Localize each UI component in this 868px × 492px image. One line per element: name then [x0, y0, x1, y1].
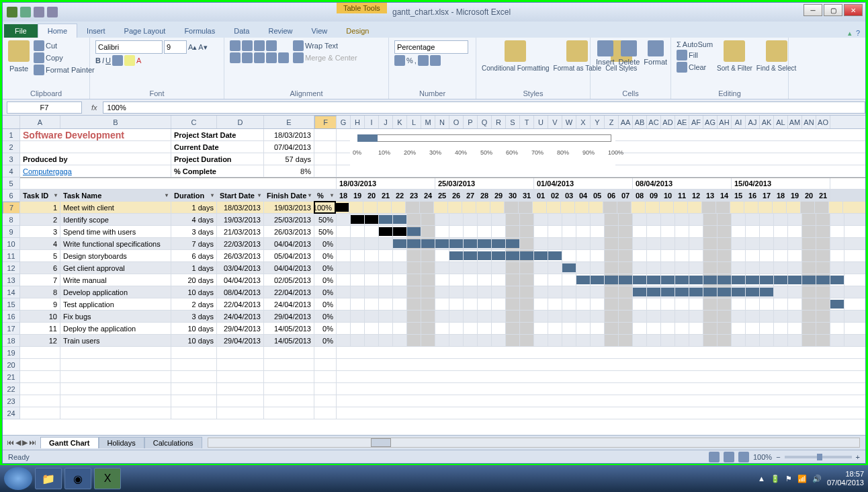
format-cells-icon[interactable]	[648, 40, 664, 56]
cell[interactable]: Produced by	[20, 153, 171, 165]
row-header-11[interactable]: 11	[3, 250, 20, 262]
formula-input[interactable]: 100%	[103, 101, 865, 114]
cell[interactable]	[314, 383, 337, 395]
format-table-icon[interactable]	[566, 40, 588, 62]
cell[interactable]	[264, 383, 314, 395]
delete-cells-icon[interactable]	[621, 40, 637, 56]
align-left-icon[interactable]	[230, 52, 241, 63]
zoom-thumb[interactable]	[817, 454, 822, 460]
sort-filter-icon[interactable]	[724, 40, 745, 62]
row-header-1[interactable]: 1	[3, 129, 20, 141]
decrease-decimal-icon[interactable]	[430, 55, 441, 66]
col-header-S[interactable]: S	[506, 116, 520, 128]
row-header-8[interactable]: 8	[3, 214, 20, 226]
cell[interactable]	[264, 359, 314, 370]
increase-decimal-icon[interactable]	[418, 55, 429, 66]
cell[interactable]: Develop application	[60, 286, 171, 298]
zoom-slider[interactable]	[785, 456, 852, 458]
col-header-H[interactable]: H	[351, 116, 365, 128]
cell[interactable]	[314, 371, 337, 382]
cell[interactable]: 3	[20, 226, 60, 237]
cell[interactable]	[217, 407, 264, 419]
network-icon[interactable]: 📶	[797, 475, 807, 483]
sheet-nav-first-icon[interactable]: ⏮	[7, 438, 14, 447]
col-header-T[interactable]: T	[520, 116, 534, 128]
cell[interactable]: 29/04/2013	[217, 323, 264, 334]
row-header-2[interactable]: 2	[3, 141, 20, 153]
cell[interactable]: 0%	[314, 335, 337, 346]
col-header-AE[interactable]: AE	[675, 116, 689, 128]
row-header-13[interactable]: 13	[3, 274, 20, 286]
tab-page-layout[interactable]: Page Layout	[115, 24, 175, 38]
row-header-5[interactable]: 5	[3, 177, 20, 190]
cell[interactable]	[217, 359, 264, 370]
cell[interactable]: 19/03/2013	[217, 214, 264, 225]
cell[interactable]: 10 days	[171, 286, 217, 298]
col-header-B[interactable]: B	[60, 116, 171, 128]
cell[interactable]	[314, 395, 337, 407]
cell[interactable]: 0%	[314, 286, 337, 298]
cell[interactable]: 0%	[314, 274, 337, 286]
cell[interactable]	[217, 383, 264, 395]
cell[interactable]: 07/04/2013	[264, 141, 314, 153]
cell[interactable]: 0%	[314, 311, 337, 322]
col-header-Q[interactable]: Q	[478, 116, 492, 128]
find-select-icon[interactable]	[766, 40, 787, 62]
cell[interactable]: 3 days	[171, 226, 217, 237]
cell[interactable]: Write manual	[60, 274, 171, 286]
row-header-3[interactable]: 3	[3, 153, 20, 165]
cell[interactable]: 4	[20, 238, 60, 249]
save-icon[interactable]	[20, 7, 31, 17]
align-bottom-icon[interactable]	[254, 40, 265, 51]
cell[interactable]: Identify scope	[60, 214, 171, 225]
row-header-16[interactable]: 16	[3, 311, 20, 323]
merge-icon[interactable]	[293, 52, 304, 63]
cell[interactable]	[171, 383, 217, 395]
cell[interactable]: 22/04/2013	[217, 298, 264, 310]
hdr-task-name[interactable]: Task Name ▾	[60, 190, 171, 201]
scroll-thumb[interactable]	[371, 438, 391, 447]
cell[interactable]: 21/03/2013	[217, 226, 264, 237]
cell[interactable]: 7 days	[171, 238, 217, 249]
cell[interactable]: Get client approval	[60, 262, 171, 274]
cell[interactable]	[60, 383, 171, 395]
copy-button[interactable]: Copy	[46, 54, 63, 62]
increase-indent-icon[interactable]	[278, 52, 289, 63]
cell[interactable]	[264, 395, 314, 407]
sheet-nav-next-icon[interactable]: ▶	[22, 438, 28, 447]
cell[interactable]: 4 days	[171, 214, 217, 225]
col-header-P[interactable]: P	[464, 116, 478, 128]
cell[interactable]: 8%	[264, 165, 314, 177]
decrease-font-icon[interactable]: A▾	[198, 43, 207, 52]
cell[interactable]	[60, 347, 171, 358]
cell[interactable]: 12	[20, 335, 60, 346]
align-right-icon[interactable]	[254, 52, 265, 63]
col-header-K[interactable]: K	[393, 116, 407, 128]
cell[interactable]: Project Duration	[171, 153, 264, 165]
col-header-Y[interactable]: Y	[591, 116, 605, 128]
font-name-select[interactable]	[95, 40, 163, 54]
cell[interactable]: 0%	[314, 262, 337, 274]
cell[interactable]: 10 days	[171, 323, 217, 334]
cut-button[interactable]: Cut	[46, 42, 57, 50]
cell[interactable]	[217, 347, 264, 358]
clock[interactable]: 18:57 07/04/2013	[827, 470, 864, 487]
cell[interactable]	[20, 383, 60, 395]
autosum-button[interactable]: AutoSum	[683, 40, 713, 48]
maximize-button[interactable]: ▢	[824, 4, 842, 16]
col-header-AC[interactable]: AC	[647, 116, 661, 128]
tab-design[interactable]: Design	[337, 24, 378, 38]
cells[interactable]: Software DevelopmentProject Start Date18…	[20, 129, 865, 435]
fill-icon[interactable]	[677, 50, 687, 60]
tab-insert[interactable]: Insert	[77, 24, 115, 38]
flag-icon[interactable]: ⚑	[785, 475, 792, 483]
wrap-text-button[interactable]: Wrap Text	[305, 42, 338, 50]
col-header-AI[interactable]: AI	[732, 116, 746, 128]
clear-icon[interactable]	[677, 62, 687, 73]
row-header-14[interactable]: 14	[3, 286, 20, 298]
col-header-I[interactable]: I	[365, 116, 379, 128]
cell[interactable]	[314, 153, 337, 165]
cell[interactable]	[217, 371, 264, 382]
delete-cells-button[interactable]: Delete	[619, 58, 640, 66]
align-center-icon[interactable]	[242, 52, 253, 63]
